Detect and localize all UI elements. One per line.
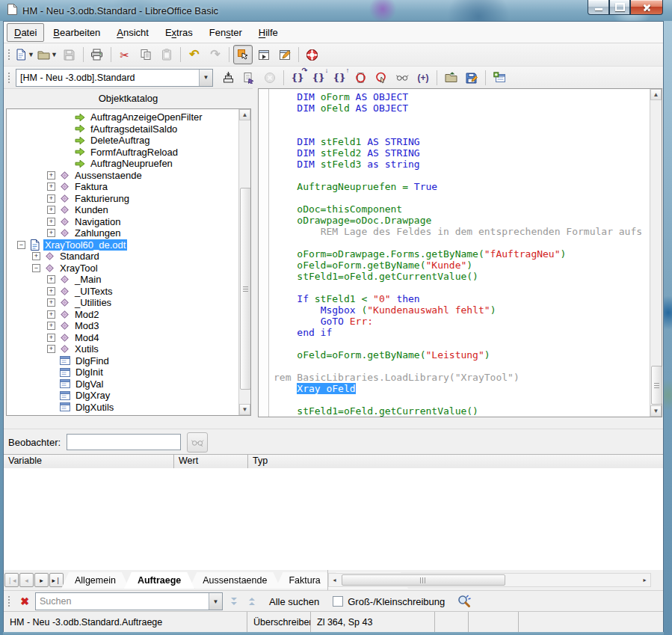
tree-item-Faktura[interactable]: +Faktura (7, 181, 238, 193)
tree-item-label[interactable]: DlgFind (74, 355, 111, 366)
search-input-value[interactable]: Suchen (36, 596, 209, 607)
import-basic-source-button[interactable] (441, 68, 460, 88)
tree-scrollbar[interactable]: ▲ ▼ (238, 109, 250, 415)
close-search-icon[interactable]: ✖ (17, 594, 32, 609)
collapse-minus-icon[interactable]: − (32, 264, 40, 272)
library-combobox[interactable]: [HM - Neu -3.odb].Standard ▼ (16, 69, 213, 87)
tree-item-AuftragNeupruefen[interactable]: AuftragNeupruefen (7, 158, 238, 170)
scroll-up-icon[interactable]: ▲ (650, 89, 662, 100)
expand-plus-icon[interactable]: + (47, 171, 55, 180)
menu-hilfe[interactable]: Hilfe (251, 23, 286, 42)
find-parentheses-button[interactable]: (+) (413, 68, 433, 88)
toggle-breakpoint-button[interactable] (351, 68, 370, 88)
tab-faktura[interactable]: Faktura (275, 572, 333, 589)
last-tab-button[interactable]: ▸❘ (49, 573, 64, 587)
tree-item-label[interactable]: DlgVal (74, 378, 105, 390)
search-all-button[interactable]: Alle suchen (269, 596, 319, 607)
expand-plus-icon[interactable]: + (47, 194, 55, 203)
tree-item-label[interactable]: AuftragAnzeigeOpenFilter (89, 111, 204, 123)
tree-item-label[interactable]: DlgInit (74, 366, 105, 378)
tree-item-label[interactable]: DeleteAuftrag (89, 135, 152, 146)
tree-item-label[interactable]: Fakturierung (73, 193, 131, 204)
toolbar-grip[interactable] (6, 48, 13, 61)
expand-plus-icon[interactable]: + (47, 229, 55, 237)
tree-item-Mod3[interactable]: +Mod3 (7, 320, 238, 332)
editor-scrollbar-thumb[interactable] (651, 366, 662, 405)
compile-button[interactable] (218, 68, 238, 88)
tab-aussenstaende[interactable]: Aussenstaende (189, 572, 280, 589)
expand-plus-icon[interactable]: + (47, 334, 55, 342)
horizontal-scrollbar-thumb[interactable] (342, 574, 505, 586)
tree-item-_Main[interactable]: +_Main (7, 274, 238, 286)
menu-ansicht[interactable]: Ansicht (109, 23, 156, 42)
watch-column-typ[interactable]: Typ (248, 455, 663, 468)
watch-input[interactable] (67, 434, 181, 450)
breakpoint-gutter[interactable] (259, 89, 269, 417)
search-combobox[interactable]: Suchen ▼ (35, 592, 223, 610)
step-over-button[interactable]: {}↷ (288, 68, 307, 88)
tree-item-_Utilities[interactable]: +_Utilities (7, 297, 238, 309)
tree-item-XrayTool60_de.odt[interactable]: −XrayTool60_de.odt (7, 239, 238, 251)
tree-item-Navigation[interactable]: +Navigation (7, 216, 238, 228)
dropdown-caret-icon[interactable]: ▼ (51, 51, 58, 58)
panel-splitter[interactable] (253, 88, 258, 417)
manage-modules-button[interactable] (490, 68, 509, 88)
scroll-right-icon[interactable]: ▸ (639, 574, 650, 586)
expand-plus-icon[interactable]: + (47, 182, 55, 191)
expand-plus-icon[interactable]: + (47, 310, 55, 319)
tree-item-Standard[interactable]: +Standard (7, 251, 238, 263)
print-button[interactable] (87, 45, 107, 64)
watch-column-variable[interactable]: Variable (4, 455, 174, 468)
minimize-button[interactable] (588, 0, 609, 15)
watch-column-wert[interactable]: Wert (174, 455, 248, 468)
tree-item-label[interactable]: XrayTool (58, 263, 99, 274)
menu-bearbeiten[interactable]: Bearbeiten (46, 23, 108, 42)
watch-table-body[interactable] (4, 468, 663, 571)
expand-plus-icon[interactable]: + (47, 275, 55, 283)
tree-item-label[interactable]: Kunden (73, 204, 110, 215)
expand-plus-icon[interactable]: + (47, 298, 55, 307)
toolbar-grip[interactable] (6, 71, 13, 85)
tree-item-label[interactable]: Aussenstaende (73, 170, 144, 181)
tree-item-label[interactable]: Navigation (73, 216, 122, 227)
menu-fenster[interactable]: Fenster (202, 23, 250, 42)
expand-plus-icon[interactable]: + (47, 287, 55, 295)
next-tab-button[interactable]: ▸ (34, 573, 49, 587)
expand-plus-icon[interactable]: + (47, 322, 55, 330)
menu-datei[interactable]: Datei (7, 23, 44, 42)
tree-item-label[interactable]: AuftragNeupruefen (89, 158, 174, 169)
step-into-button[interactable]: {}↓ (309, 68, 328, 88)
library-combobox-dropdown[interactable]: ▼ (199, 70, 212, 86)
tree-item-label[interactable]: _UITexts (73, 286, 114, 297)
tree-item-AuftragAnzeigeOpenFilter[interactable]: AuftragAnzeigeOpenFilter (7, 111, 238, 123)
tree-item-label[interactable]: FormfAuftragReload (89, 147, 179, 158)
tree-item-label[interactable]: Mod3 (73, 320, 101, 331)
cut-button[interactable]: ✂ (115, 45, 135, 64)
tree-item-DeleteAuftrag[interactable]: DeleteAuftrag (7, 135, 238, 147)
tree-item-label[interactable]: _Main (73, 274, 102, 285)
scroll-down-icon[interactable]: ▼ (650, 405, 662, 417)
search-combobox-dropdown[interactable]: ▼ (209, 593, 222, 610)
run-macro-button[interactable] (239, 68, 259, 88)
expand-plus-icon[interactable]: + (47, 345, 55, 353)
test-dialog-button[interactable] (254, 45, 274, 64)
expand-plus-icon[interactable]: + (47, 218, 55, 226)
tree-item-Kunden[interactable]: +Kunden (7, 204, 238, 216)
enable-watch-button[interactable] (392, 68, 412, 88)
tree-item-label[interactable]: Standard (58, 251, 101, 262)
tree-item-label[interactable]: Xutils (73, 343, 100, 355)
expand-plus-icon[interactable]: + (47, 206, 55, 214)
maximize-button[interactable] (609, 0, 630, 15)
tree-item-DlgVal[interactable]: DlgVal (7, 378, 238, 390)
menu-extras[interactable]: Extras (158, 23, 200, 42)
tree-scrollbar-thumb[interactable] (240, 188, 251, 390)
manage-breakpoints-button[interactable] (372, 68, 391, 88)
tree-item-Zahlungen[interactable]: +Zahlungen (7, 227, 238, 239)
tree-item-Mod4[interactable]: +Mod4 (7, 332, 238, 344)
toolbar-grip[interactable] (6, 595, 13, 608)
open-document-button[interactable]: ▼ (37, 45, 58, 64)
tree-item-label[interactable]: fAuftragsdetailSaldo (89, 123, 179, 135)
tree-item-label[interactable]: Mod2 (73, 309, 101, 320)
close-button[interactable] (630, 0, 663, 15)
tree-item-Aussenstaende[interactable]: +Aussenstaende (7, 170, 238, 182)
